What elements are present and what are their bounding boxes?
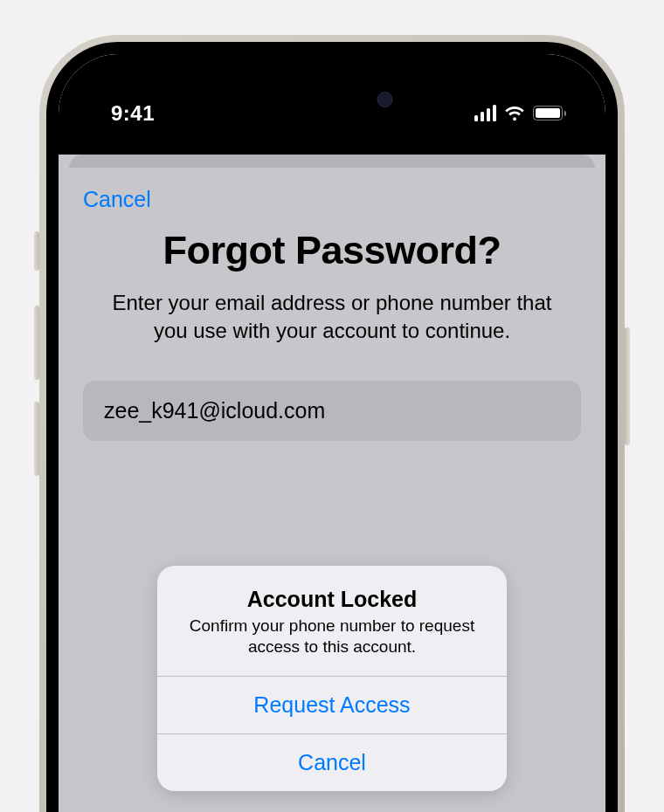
phone-screen: 9:41 (59, 54, 605, 812)
dynamic-island (256, 79, 409, 120)
camera-icon (377, 92, 393, 107)
alert-title: Account Locked (182, 587, 482, 612)
alert-dialog: Account Locked Confirm your phone number… (157, 566, 507, 791)
request-access-button[interactable]: Request Access (157, 676, 507, 733)
side-button-power (625, 327, 630, 445)
status-icons (474, 105, 567, 122)
wifi-icon (503, 105, 526, 122)
status-bar: 9:41 (59, 54, 605, 155)
modal-sheet: Cancel Forgot Password? Enter your email… (59, 168, 605, 812)
content-area: Forgot Password? Enter your email addres… (59, 221, 605, 441)
alert-content: Account Locked Confirm your phone number… (157, 566, 507, 676)
phone-frame: 9:41 (39, 35, 625, 812)
email-field[interactable]: zee_k941@icloud.com (83, 381, 581, 441)
battery-icon (533, 106, 566, 120)
cancel-button[interactable]: Cancel (83, 187, 151, 211)
alert-message: Confirm your phone number to request acc… (182, 616, 482, 658)
nav-bar: Cancel (59, 168, 605, 221)
alert-cancel-button[interactable]: Cancel (157, 733, 507, 791)
cellular-signal-icon (474, 105, 497, 121)
page-subtitle: Enter your email address or phone number… (86, 289, 578, 346)
page-title: Forgot Password? (86, 228, 578, 273)
status-time: 9:41 (111, 101, 155, 126)
